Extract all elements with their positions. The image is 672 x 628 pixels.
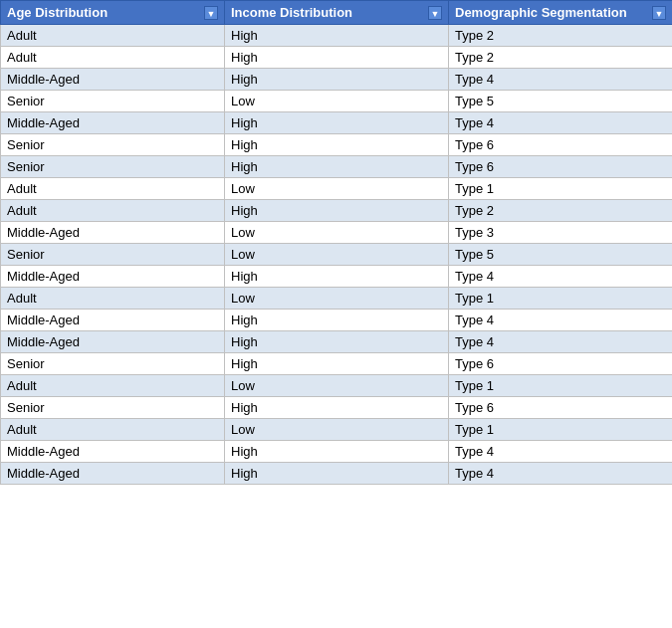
cell-demo-16: Type 1 [449, 375, 673, 397]
demo-dropdown-icon[interactable]: ▼ [652, 6, 666, 20]
cell-age-16: Adult [1, 375, 225, 397]
cell-demo-19: Type 4 [449, 441, 673, 463]
cell-age-17: Senior [1, 397, 225, 419]
table-row: SeniorHighType 6 [1, 397, 673, 419]
cell-income-3: Low [225, 91, 449, 112]
table-row: AdultLowType 1 [1, 178, 673, 200]
cell-age-19: Middle-Aged [1, 441, 225, 463]
cell-demo-11: Type 4 [449, 266, 673, 288]
cell-demo-10: Type 5 [449, 244, 673, 266]
cell-income-14: High [225, 331, 449, 353]
cell-age-15: Senior [1, 353, 225, 375]
cell-age-6: Senior [1, 156, 225, 178]
cell-income-8: High [225, 200, 449, 222]
table-row: AdultLowType 1 [1, 419, 673, 441]
table-row: AdultLowType 1 [1, 288, 673, 310]
cell-demo-4: Type 4 [449, 112, 673, 134]
cell-income-11: High [225, 266, 449, 288]
cell-age-12: Adult [1, 288, 225, 310]
cell-demo-17: Type 6 [449, 397, 673, 419]
table-row: Middle-AgedHighType 4 [1, 441, 673, 463]
cell-age-3: Senior [1, 91, 225, 112]
cell-age-2: Middle-Aged [1, 69, 225, 91]
cell-income-20: High [225, 463, 449, 485]
cell-demo-15: Type 6 [449, 353, 673, 375]
cell-demo-1: Type 2 [449, 47, 673, 69]
table-row: SeniorLowType 5 [1, 244, 673, 266]
cell-income-17: High [225, 397, 449, 419]
table-row: Middle-AgedHighType 4 [1, 112, 673, 134]
header-income-label: Income Distribution [231, 5, 352, 20]
table-row: Middle-AgedHighType 4 [1, 266, 673, 288]
cell-demo-20: Type 4 [449, 463, 673, 485]
cell-income-6: High [225, 156, 449, 178]
cell-demo-9: Type 3 [449, 222, 673, 244]
table-row: Middle-AgedLowType 3 [1, 222, 673, 244]
cell-demo-14: Type 4 [449, 331, 673, 353]
cell-age-20: Middle-Aged [1, 463, 225, 485]
cell-income-7: Low [225, 178, 449, 200]
cell-income-16: Low [225, 375, 449, 397]
cell-demo-3: Type 5 [449, 91, 673, 112]
cell-age-8: Adult [1, 200, 225, 222]
header-demo-label: Demographic Segmentation [455, 5, 627, 20]
cell-age-10: Senior [1, 244, 225, 266]
header-income[interactable]: Income Distribution ▼ [225, 1, 449, 25]
cell-demo-12: Type 1 [449, 288, 673, 310]
cell-income-15: High [225, 353, 449, 375]
cell-demo-2: Type 4 [449, 69, 673, 91]
cell-income-10: Low [225, 244, 449, 266]
cell-age-11: Middle-Aged [1, 266, 225, 288]
cell-demo-8: Type 2 [449, 200, 673, 222]
cell-demo-18: Type 1 [449, 419, 673, 441]
cell-demo-7: Type 1 [449, 178, 673, 200]
cell-income-1: High [225, 47, 449, 69]
cell-demo-6: Type 6 [449, 156, 673, 178]
cell-age-18: Adult [1, 419, 225, 441]
cell-income-13: High [225, 310, 449, 331]
cell-age-4: Middle-Aged [1, 112, 225, 134]
cell-age-13: Middle-Aged [1, 310, 225, 331]
header-age-label: Age Distribution [7, 5, 108, 20]
cell-income-19: High [225, 441, 449, 463]
table-container: Age Distribution ▼ Income Distribution ▼… [0, 0, 672, 485]
cell-demo-5: Type 6 [449, 134, 673, 156]
cell-income-9: Low [225, 222, 449, 244]
table-row: Middle-AgedHighType 4 [1, 331, 673, 353]
data-table: Age Distribution ▼ Income Distribution ▼… [0, 0, 672, 485]
cell-demo-13: Type 4 [449, 310, 673, 331]
cell-age-9: Middle-Aged [1, 222, 225, 244]
cell-income-0: High [225, 25, 449, 47]
table-row: SeniorHighType 6 [1, 156, 673, 178]
table-row: Middle-AgedHighType 4 [1, 463, 673, 485]
header-age[interactable]: Age Distribution ▼ [1, 1, 225, 25]
cell-demo-0: Type 2 [449, 25, 673, 47]
cell-age-0: Adult [1, 25, 225, 47]
cell-age-5: Senior [1, 134, 225, 156]
header-demo[interactable]: Demographic Segmentation ▼ [449, 1, 673, 25]
table-row: SeniorHighType 6 [1, 134, 673, 156]
age-dropdown-icon[interactable]: ▼ [204, 6, 218, 20]
table-row: AdultHighType 2 [1, 25, 673, 47]
table-row: AdultHighType 2 [1, 200, 673, 222]
table-row: Middle-AgedHighType 4 [1, 310, 673, 331]
table-row: AdultHighType 2 [1, 47, 673, 69]
cell-age-1: Adult [1, 47, 225, 69]
cell-income-5: High [225, 134, 449, 156]
cell-age-7: Adult [1, 178, 225, 200]
table-row: AdultLowType 1 [1, 375, 673, 397]
cell-income-4: High [225, 112, 449, 134]
income-dropdown-icon[interactable]: ▼ [428, 6, 442, 20]
cell-age-14: Middle-Aged [1, 331, 225, 353]
header-row: Age Distribution ▼ Income Distribution ▼… [1, 1, 673, 25]
table-row: SeniorLowType 5 [1, 91, 673, 112]
table-row: SeniorHighType 6 [1, 353, 673, 375]
table-row: Middle-AgedHighType 4 [1, 69, 673, 91]
cell-income-2: High [225, 69, 449, 91]
cell-income-12: Low [225, 288, 449, 310]
cell-income-18: Low [225, 419, 449, 441]
